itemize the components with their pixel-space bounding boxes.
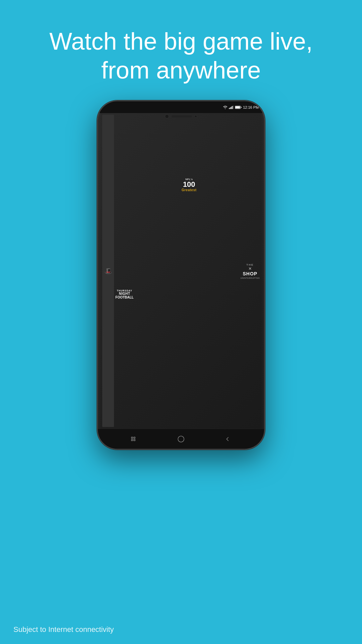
battery-icon: [235, 106, 242, 109]
hero-line2: from anywhere: [101, 57, 261, 84]
status-time: 12:16 PM: [243, 105, 259, 109]
svg-rect-0: [229, 108, 230, 109]
phone-mockup: 12:16 PM Sports: [97, 101, 265, 449]
status-bar: 12:16 PM: [98, 101, 264, 113]
nfl-greatest-text: NFL's 100 Greatest: [182, 178, 197, 192]
recent-apps-button[interactable]: [128, 432, 141, 446]
svg-rect-6: [241, 107, 241, 108]
sports-tv-scroll[interactable]: ★ ★ ★ ★ ★ THURSDAY NIGHT: [101, 280, 261, 309]
bottom-caption: Subject to Internet connectivity: [13, 625, 114, 634]
svg-rect-7: [235, 106, 240, 108]
status-icons: 12:16 PM: [223, 105, 259, 109]
front-camera: [165, 114, 169, 118]
svg-rect-3: [232, 106, 233, 109]
hero-text: Watch the big game live, from anywhere: [0, 27, 362, 85]
phone-speaker: [172, 115, 192, 117]
hero-line1: Watch the big game live,: [49, 28, 313, 55]
phone-nav: [98, 429, 264, 449]
proximity-sensor: [194, 115, 197, 118]
signal-icon: [229, 106, 234, 109]
wifi-icon: [223, 106, 228, 109]
svg-rect-1: [230, 107, 231, 109]
svg-rect-20: [134, 437, 135, 438]
the-shop-bg: 🎩 THE ✕ SHOP UNINTERRUPTED: [189, 280, 228, 309]
svg-point-23: [178, 436, 184, 442]
recent-apps-icon: [131, 437, 138, 441]
svg-rect-2: [231, 107, 232, 109]
svg-rect-4: [233, 106, 234, 109]
svg-rect-21: [131, 439, 133, 441]
phone-screen: Sports Filter On Now: [101, 113, 261, 429]
tnf-text: THURSDAY NIGHT FOOTBALL: [115, 289, 133, 299]
the-shop-thumb: 🎩 THE ✕ SHOP UNINTERRUPTED: [189, 280, 228, 309]
sports-in-tv-section: Sports In TV View All ★ ★ ★ ★: [101, 266, 261, 312]
phone-outer: 12:16 PM Sports: [97, 101, 265, 449]
sports-tv-card-the-shop[interactable]: 🎩 THE ✕ SHOP UNINTERRUPTED: [189, 280, 228, 309]
home-icon: [178, 436, 184, 442]
svg-rect-22: [134, 439, 135, 441]
svg-rect-19: [131, 437, 133, 438]
back-button[interactable]: [221, 432, 234, 446]
back-icon: [225, 437, 230, 441]
home-button[interactable]: [174, 432, 188, 446]
